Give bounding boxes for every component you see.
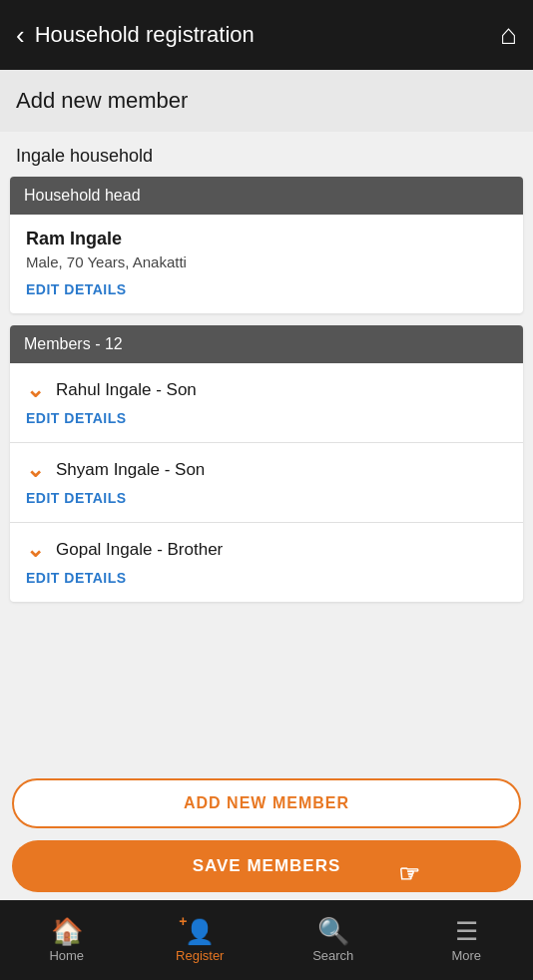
search-nav-icon: 🔍 (317, 918, 349, 944)
nav-label-more: More (451, 948, 481, 963)
back-icon[interactable]: ‹ (16, 20, 25, 51)
bottom-nav: 🏠 Home + 👤 Register 🔍 Search ☰ More (0, 900, 533, 980)
chevron-down-icon[interactable]: ⌄ (26, 537, 44, 563)
head-details: Male, 70 Years, Anakatti (26, 253, 507, 270)
nav-item-register[interactable]: + 👤 Register (134, 900, 267, 980)
buttons-area: ADD NEW MEMBER SAVE MEMBERS ☞ (0, 766, 533, 900)
nav-label-search: Search (312, 948, 353, 963)
members-header: Members - 12 (10, 325, 523, 363)
nav-label-home: Home (49, 948, 84, 963)
home-icon[interactable]: ⌂ (500, 19, 517, 51)
header-left: ‹ Household registration (16, 20, 255, 51)
app-header: ‹ Household registration ⌂ (0, 0, 533, 70)
members-list: ⌄ Rahul Ingale - Son EDIT DETAILS ⌄ Shya… (10, 363, 523, 602)
member-edit-link-2[interactable]: EDIT DETAILS (26, 490, 127, 516)
household-head-body: Ram Ingale Male, 70 Years, Anakatti EDIT… (10, 215, 523, 313)
head-edit-link[interactable]: EDIT DETAILS (26, 281, 127, 307)
main-content: Ingale household Household head Ram Inga… (0, 132, 533, 766)
nav-item-more[interactable]: ☰ More (400, 900, 534, 980)
household-head-header: Household head (10, 177, 523, 215)
nav-item-search[interactable]: 🔍 Search (266, 900, 400, 980)
nav-label-register: Register (176, 948, 224, 963)
member-edit-link-3[interactable]: EDIT DETAILS (26, 570, 127, 596)
cursor-icon: ☞ (398, 860, 421, 888)
chevron-down-icon[interactable]: ⌄ (26, 377, 44, 403)
register-nav-icon: + 👤 (185, 918, 215, 944)
sub-header: Add new member (0, 70, 533, 132)
member-row-2: ⌄ Shyam Ingale - Son (26, 457, 507, 483)
household-label: Ingale household (0, 132, 533, 177)
head-name: Ram Ingale (26, 229, 507, 249)
list-item: ⌄ Rahul Ingale - Son EDIT DETAILS (10, 363, 523, 443)
add-new-member-button[interactable]: ADD NEW MEMBER (12, 778, 521, 828)
member-name-1: Rahul Ingale - Son (56, 380, 197, 400)
list-item: ⌄ Gopal Ingale - Brother EDIT DETAILS (10, 523, 523, 602)
member-row-1: ⌄ Rahul Ingale - Son (26, 377, 507, 403)
page-title: Household registration (35, 22, 255, 48)
member-name-2: Shyam Ingale - Son (56, 460, 205, 480)
household-head-section: Household head Ram Ingale Male, 70 Years… (10, 177, 523, 313)
member-edit-link-1[interactable]: EDIT DETAILS (26, 410, 127, 436)
home-nav-icon: 🏠 (51, 918, 83, 944)
chevron-down-icon[interactable]: ⌄ (26, 457, 44, 483)
more-nav-icon: ☰ (455, 918, 478, 944)
members-section: Members - 12 ⌄ Rahul Ingale - Son EDIT D… (10, 325, 523, 602)
member-row-3: ⌄ Gopal Ingale - Brother (26, 537, 507, 563)
list-item: ⌄ Shyam Ingale - Son EDIT DETAILS (10, 443, 523, 523)
nav-item-home[interactable]: 🏠 Home (0, 900, 134, 980)
save-members-button[interactable]: SAVE MEMBERS ☞ (12, 840, 521, 892)
member-name-3: Gopal Ingale - Brother (56, 540, 223, 560)
sub-header-title: Add new member (16, 88, 188, 113)
